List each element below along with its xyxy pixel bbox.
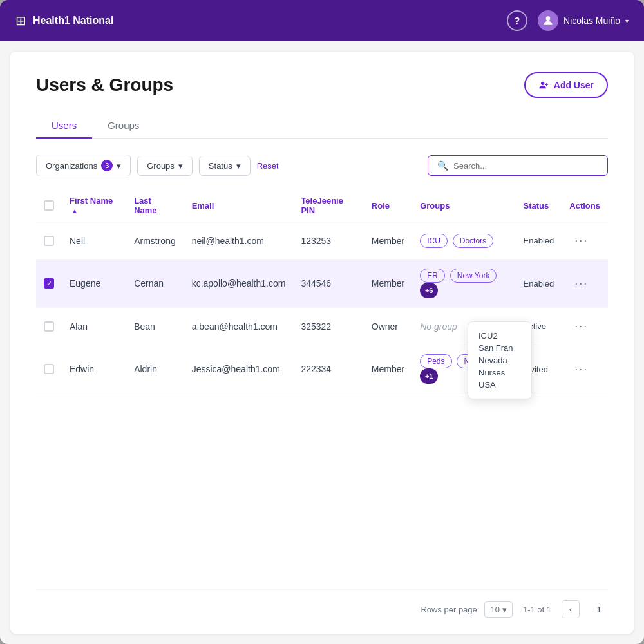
row2-email: kc.apollo@health1.com — [184, 260, 294, 308]
organizations-chevron-icon: ▾ — [117, 161, 121, 171]
user-menu[interactable]: Nicolas Muiño ▾ — [538, 10, 629, 31]
group-more-button[interactable]: +6 — [420, 283, 438, 298]
group-more-button-2[interactable]: +1 — [420, 368, 438, 384]
row2-actions[interactable]: ··· — [562, 260, 608, 308]
row1-last-name: Armstrong — [126, 222, 184, 260]
row4-pin: 222334 — [293, 345, 363, 393]
header: ⊞ Health1 National ? Nicolas Muiño ▾ — [0, 0, 644, 41]
row2-checkbox-cell[interactable] — [36, 260, 62, 308]
row4-actions[interactable]: ··· — [562, 345, 608, 393]
row1-actions[interactable]: ··· — [562, 222, 608, 260]
organizations-filter[interactable]: Organizations 3 ▾ — [36, 155, 131, 176]
select-all-checkbox[interactable] — [44, 200, 54, 211]
page-1-button[interactable]: 1 — [590, 600, 608, 618]
status-filter-label: Status — [209, 161, 232, 171]
groups-chevron-icon: ▾ — [178, 161, 183, 171]
svg-point-0 — [546, 16, 551, 21]
pagination: Rows per page: 10 ▾ 1-1 of 1 ‹ 1 — [36, 589, 608, 618]
table-header-row: First Name ▲ Last Name Email TeleJeenie … — [36, 189, 608, 222]
add-user-button[interactable]: Add User — [524, 72, 608, 98]
row3-first-name: Alan — [62, 308, 126, 345]
tab-groups[interactable]: Groups — [92, 113, 155, 139]
filters-row: Organizations 3 ▾ Groups ▾ Status ▾ Rese… — [36, 155, 608, 176]
tooltip-item-1: ICU2 — [478, 330, 521, 342]
group-tag-doctors[interactable]: Doctors — [453, 234, 493, 248]
col-groups: Groups — [412, 189, 515, 222]
row2-pin: 344546 — [293, 260, 363, 308]
row3-last-name: Bean — [126, 308, 184, 345]
tab-users[interactable]: Users — [36, 113, 92, 139]
rows-per-page: Rows per page: 10 ▾ — [421, 601, 513, 618]
row2-groups: ER New York +6 — [412, 260, 515, 308]
col-status: Status — [516, 189, 562, 222]
col-last-name: Last Name — [126, 189, 184, 222]
rows-select-chevron-icon: ▾ — [502, 605, 507, 614]
row4-first-name: Edwin — [62, 345, 126, 393]
row4-actions-button[interactable]: ··· — [569, 360, 593, 379]
status-chevron-icon: ▾ — [236, 161, 241, 171]
row1-checkbox-cell[interactable] — [36, 222, 62, 260]
row2-role: Member — [364, 260, 412, 308]
user-name: Nicolas Muiño — [564, 15, 620, 26]
search-input[interactable] — [453, 161, 598, 171]
prev-page-button[interactable]: ‹ — [562, 600, 580, 618]
row4-checkbox-cell[interactable] — [36, 345, 62, 393]
row2-status: Enabled — [516, 260, 562, 308]
search-icon: 🔍 — [437, 160, 448, 171]
status-filter[interactable]: Status ▾ — [199, 156, 251, 176]
header-right: ? Nicolas Muiño ▾ — [507, 10, 629, 31]
row3-pin: 325322 — [293, 308, 363, 345]
organizations-count: 3 — [101, 160, 113, 171]
row1-pin: 123253 — [293, 222, 363, 260]
row1-role: Member — [364, 222, 412, 260]
row4-role: Member — [364, 345, 412, 393]
col-first-name-label: First Name — [70, 196, 113, 205]
tooltip-item-2: San Fran — [478, 342, 521, 354]
row4-email: Jessica@health1.com — [184, 345, 294, 393]
tooltip-item-5: USA — [478, 379, 521, 391]
row3-actions[interactable]: ··· — [562, 308, 608, 345]
app-name: Health1 National — [33, 15, 113, 26]
filters-left: Organizations 3 ▾ Groups ▾ Status ▾ Rese… — [36, 155, 279, 176]
page-title: Users & Groups — [36, 75, 173, 95]
row3-checkbox[interactable] — [44, 321, 54, 332]
rows-per-page-select[interactable]: 10 ▾ — [484, 601, 512, 618]
col-first-name[interactable]: First Name ▲ — [62, 189, 126, 222]
group-tag-newyork[interactable]: New York — [450, 269, 497, 283]
row3-actions-button[interactable]: ··· — [569, 317, 593, 336]
help-button[interactable]: ? — [507, 10, 527, 31]
sort-arrow-icon: ▲ — [71, 207, 78, 214]
add-user-label: Add User — [554, 80, 594, 90]
col-role: Role — [364, 189, 412, 222]
row4-checkbox[interactable] — [44, 364, 54, 374]
app-window: ⊞ Health1 National ? Nicolas Muiño ▾ Use… — [0, 0, 644, 644]
row2-checkbox[interactable] — [44, 278, 54, 289]
col-actions: Actions — [562, 189, 608, 222]
tooltip-item-4: Nurses — [478, 366, 521, 379]
row1-groups: ICU Doctors — [412, 222, 515, 260]
row1-checkbox[interactable] — [44, 236, 54, 246]
search-box: 🔍 — [428, 155, 608, 176]
organizations-label: Organizations — [46, 161, 97, 171]
row3-checkbox-cell[interactable] — [36, 308, 62, 345]
no-group-label: No group — [420, 321, 457, 332]
groups-filter[interactable]: Groups ▾ — [137, 156, 193, 176]
user-avatar — [538, 10, 558, 31]
reset-button[interactable]: Reset — [257, 161, 279, 171]
row4-last-name: Aldrin — [126, 345, 184, 393]
row1-actions-button[interactable]: ··· — [569, 231, 593, 250]
logo-icon: ⊞ — [15, 13, 26, 28]
row3-role: Owner — [364, 308, 412, 345]
group-tag-peds[interactable]: Peds — [420, 354, 451, 368]
main-content: Users & Groups Add User Users Groups Org… — [10, 52, 634, 634]
groups-filter-label: Groups — [147, 161, 175, 171]
group-tag-er[interactable]: ER — [420, 269, 445, 283]
tooltip-item-3: Nevada — [478, 354, 521, 366]
rows-per-page-label: Rows per page: — [421, 605, 479, 614]
select-all-header[interactable] — [36, 189, 62, 222]
table-row: Neil Armstrong neil@health1.com 123253 M… — [36, 222, 608, 260]
col-email: Email — [184, 189, 294, 222]
svg-point-1 — [541, 82, 544, 85]
group-tag-icu[interactable]: ICU — [420, 234, 448, 248]
row2-actions-button[interactable]: ··· — [569, 274, 593, 293]
